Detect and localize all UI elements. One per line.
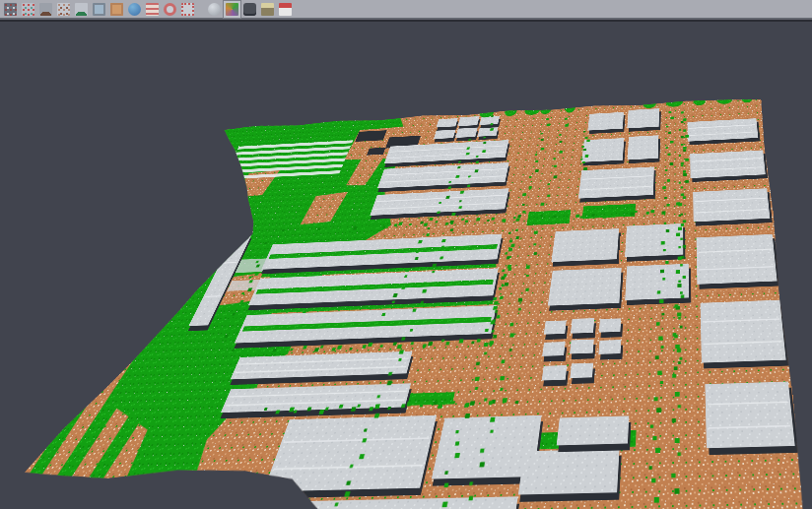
globe-icon [128,3,141,16]
target-icon[interactable] [162,1,178,18]
point-cloud-icon[interactable] [2,1,19,18]
sparse-points-icon [57,3,70,16]
terrain-icon [39,3,52,16]
profile-view-icon [93,3,105,16]
layers-icon[interactable] [144,1,161,18]
layers-icon [146,3,159,16]
globe-icon[interactable] [126,1,143,18]
select-sphere-icon [208,3,221,16]
ortho-image-icon[interactable] [108,1,125,18]
toolbar [0,0,812,20]
point-cloud-render [0,95,808,509]
ortho-image-icon [110,3,123,16]
snapshot-icon[interactable] [241,1,258,18]
target-icon [164,3,176,16]
scale-icon [261,3,274,16]
point-cloud-icon [4,3,17,16]
profile-view-icon[interactable] [91,1,107,18]
classification-colors-icon [226,3,238,16]
flag-icon[interactable] [277,1,294,18]
crop-selection-icon[interactable] [179,1,196,18]
classification-colors-icon[interactable] [224,1,240,18]
lidar-viewer-window: { "app": {"name": "point-cloud-viewer"},… [0,0,812,509]
snapshot-icon [243,3,256,16]
viewport-3d[interactable] [0,22,812,509]
scale-icon[interactable] [259,1,276,18]
select-sphere-icon[interactable] [206,1,223,18]
surface-model-icon [75,3,88,16]
terrain-icon[interactable] [37,1,54,18]
toolbar-spacer [197,9,206,10]
surface-model-icon[interactable] [73,1,90,18]
point-cloud-map [0,95,808,509]
crop-selection-icon [181,3,194,16]
flag-icon [279,3,292,16]
classified-points-icon [22,3,34,16]
classified-points-icon[interactable] [20,1,36,18]
sparse-points-icon[interactable] [55,1,72,18]
